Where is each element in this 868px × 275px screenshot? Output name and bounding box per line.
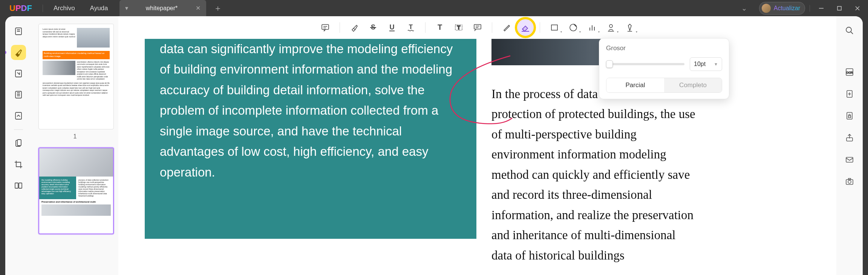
popup-title: Grosor (606, 45, 722, 52)
comment-icon[interactable] (317, 19, 334, 36)
window-maximize-icon[interactable] (833, 2, 846, 15)
svg-rect-16 (19, 183, 22, 188)
thumb2-heading: Preservation and inheritance of architec… (39, 199, 113, 204)
svg-point-37 (609, 25, 612, 28)
thumb-title-badge: Building environment information modelin… (43, 51, 110, 59)
shape-icon[interactable]: ▾ (546, 19, 563, 36)
chevron-down-icon: ▼ (714, 62, 718, 66)
svg-text:T: T (457, 25, 460, 31)
reader-icon[interactable] (11, 24, 26, 39)
window-close-icon[interactable] (851, 2, 864, 15)
right-text-block: In the process of data collection and pr… (491, 84, 699, 266)
compare-icon[interactable] (11, 178, 26, 193)
highlighter-icon[interactable] (11, 45, 26, 60)
svg-text:T: T (409, 23, 413, 31)
ocr-icon[interactable]: OCR (843, 65, 856, 79)
divider (540, 22, 540, 33)
divider (425, 22, 426, 33)
svg-rect-14 (17, 140, 21, 146)
menu-help[interactable]: Ayuda (83, 5, 116, 12)
svg-rect-28 (474, 25, 481, 29)
segment-partial[interactable]: Parcial (606, 78, 664, 92)
form-icon[interactable] (11, 136, 26, 151)
thumbnail-panel: Lorem ipsum dolor sit amet consectetur e… (32, 16, 118, 275)
left-rail (5, 16, 32, 275)
divider (492, 22, 492, 33)
typewriter-icon[interactable]: T (432, 19, 448, 36)
callout-icon[interactable] (469, 19, 486, 36)
thickness-slider[interactable] (606, 63, 684, 65)
menu-file[interactable]: Archivo (46, 5, 83, 12)
underline-icon[interactable]: U (384, 19, 400, 36)
redact-icon[interactable] (11, 108, 26, 123)
avatar (762, 4, 771, 13)
divider (43, 5, 43, 12)
update-label: Actualizar (774, 5, 800, 12)
divider (340, 22, 340, 33)
svg-rect-15 (15, 183, 18, 188)
mode-segment: Parcial Completo (606, 78, 722, 93)
search-icon[interactable] (843, 24, 856, 37)
account-update-button[interactable]: Actualizar (759, 2, 805, 15)
svg-rect-1 (837, 6, 841, 10)
main-area: S U T T T ▾ ▾ ▾ ▾ ▾ data can sign (118, 16, 836, 275)
thumbnail-page-2[interactable]: the modeling efficiency building environ… (38, 147, 114, 234)
redact-pen-icon[interactable]: ▾ (622, 19, 638, 36)
insert-icon[interactable] (843, 87, 856, 101)
crop-icon[interactable] (11, 157, 26, 172)
organize-icon[interactable] (11, 87, 26, 102)
svg-point-40 (846, 27, 851, 32)
teal-text-block: data can significantly improve the model… (145, 39, 476, 239)
svg-rect-51 (848, 178, 851, 180)
thumbnail-page-number: 1 (38, 133, 112, 140)
svg-point-50 (848, 180, 851, 183)
chart-icon[interactable]: ▾ (584, 19, 600, 36)
svg-line-41 (851, 32, 853, 34)
app-body: Lorem ipsum dolor sit amet consectetur e… (5, 16, 863, 275)
squiggly-icon[interactable]: T (403, 19, 419, 36)
right-rail: OCR (836, 16, 863, 275)
protect-icon[interactable] (843, 109, 856, 123)
strikethrough-icon[interactable]: S (365, 19, 381, 36)
thumbnail-page-1[interactable]: Lorem ipsum dolor sit amet consectetur e… (38, 24, 114, 129)
svg-rect-17 (322, 25, 329, 29)
active-indicator (5, 51, 6, 54)
svg-text:U: U (389, 23, 394, 31)
eraser-icon[interactable] (517, 19, 534, 36)
email-icon[interactable] (843, 153, 856, 166)
titlebar: UPDF Archivo Ayuda ▾ whitepaper* ✕ ＋ ⌄ A… (0, 0, 868, 16)
annotation-toolbar: S U T T T ▾ ▾ ▾ ▾ ▾ (118, 16, 836, 39)
segment-complete[interactable]: Completo (664, 78, 722, 92)
svg-text:OCR: OCR (846, 71, 853, 74)
stamp-icon[interactable]: ▾ (565, 19, 582, 36)
svg-rect-46 (848, 116, 851, 118)
svg-rect-12 (15, 112, 21, 119)
svg-rect-32 (551, 25, 557, 30)
tab-dropdown-icon[interactable]: ▾ (125, 5, 128, 12)
tab-close-icon[interactable]: ✕ (196, 5, 201, 12)
edit-text-icon[interactable] (11, 66, 26, 81)
titlebar-chevron-down-icon[interactable]: ⌄ (741, 4, 747, 12)
window-minimize-icon[interactable] (814, 2, 828, 15)
highlight-icon[interactable] (346, 19, 363, 36)
tab-title: whitepaper* (143, 5, 181, 12)
tab-add-icon[interactable]: ＋ (214, 3, 222, 14)
slider-thumb[interactable] (606, 60, 613, 68)
svg-rect-48 (846, 157, 853, 162)
document-tab[interactable]: ▾ whitepaper* ✕ (119, 0, 206, 16)
svg-text:T: T (437, 23, 442, 31)
thickness-popup: Grosor 10pt ▼ Parcial Completo (599, 38, 729, 99)
divider (14, 129, 23, 130)
signature-icon[interactable]: ▾ (603, 19, 619, 36)
thickness-select[interactable]: 10pt ▼ (690, 57, 722, 71)
teal-text: data can significantly improve the model… (160, 39, 461, 183)
divider (810, 5, 810, 12)
svg-rect-8 (15, 91, 21, 98)
thickness-value: 10pt (694, 61, 706, 68)
share-icon[interactable] (843, 131, 856, 144)
app-logo: UPDF (9, 3, 32, 13)
textbox-icon[interactable]: T (450, 19, 467, 36)
titlebar-right: ⌄ Actualizar (741, 2, 864, 15)
screenshot-icon[interactable] (843, 175, 856, 188)
pencil-icon[interactable] (498, 19, 515, 36)
